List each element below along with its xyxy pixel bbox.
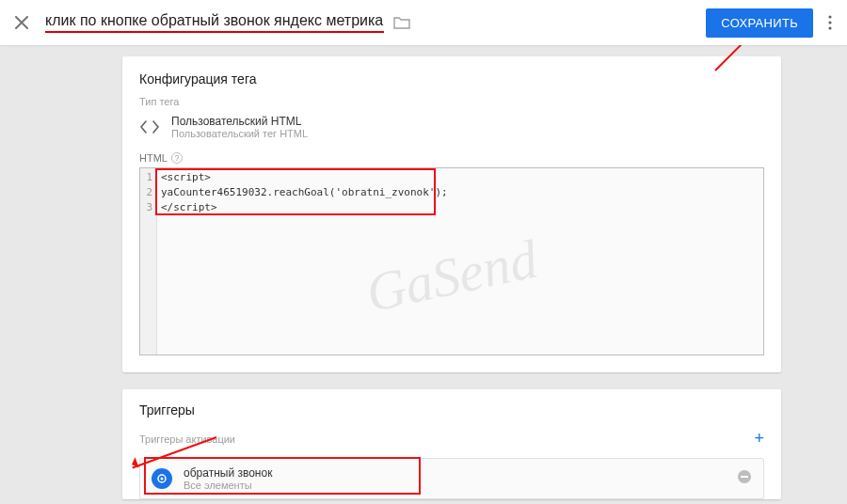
more-menu-icon[interactable] (828, 15, 832, 30)
tag-type-selector[interactable]: Пользовательский HTML Пользовательский т… (139, 115, 764, 139)
html-field-label: HTML (139, 152, 168, 164)
header-bar: СОХРАНИТЬ (0, 0, 847, 45)
remove-trigger-icon[interactable] (737, 469, 752, 489)
svg-point-2 (828, 26, 831, 29)
add-trigger-icon[interactable]: + (754, 429, 764, 449)
annotation-highlight (144, 457, 421, 495)
code-brackets-icon (139, 120, 160, 134)
tag-config-card: Конфигурация тега Тип тега Пользовательс… (122, 56, 781, 372)
svg-rect-6 (741, 476, 748, 478)
tag-title-input[interactable] (45, 12, 384, 33)
svg-point-1 (828, 21, 831, 24)
section-title: Триггеры (122, 389, 781, 423)
save-button[interactable]: СОХРАНИТЬ (706, 8, 813, 38)
tag-type-label: Тип тега (139, 96, 764, 107)
tag-type-subtitle: Пользовательский тег HTML (171, 128, 308, 139)
annotation-highlight (155, 168, 436, 215)
tag-type-name: Пользовательский HTML (171, 115, 308, 128)
svg-point-0 (828, 15, 831, 18)
html-code-editor[interactable]: 1 2 3 <script> yaCounter46519032.reachGo… (139, 167, 764, 355)
activation-triggers-label: Триггеры активации (139, 433, 235, 445)
section-title: Конфигурация тега (139, 71, 764, 87)
help-icon[interactable]: ? (171, 152, 183, 164)
close-icon[interactable] (15, 16, 28, 29)
triggers-card: Триггеры Триггеры активации + обратный з… (122, 389, 781, 499)
folder-icon[interactable] (393, 16, 410, 29)
trigger-row[interactable]: обратный звонок Все элементы (139, 458, 764, 499)
